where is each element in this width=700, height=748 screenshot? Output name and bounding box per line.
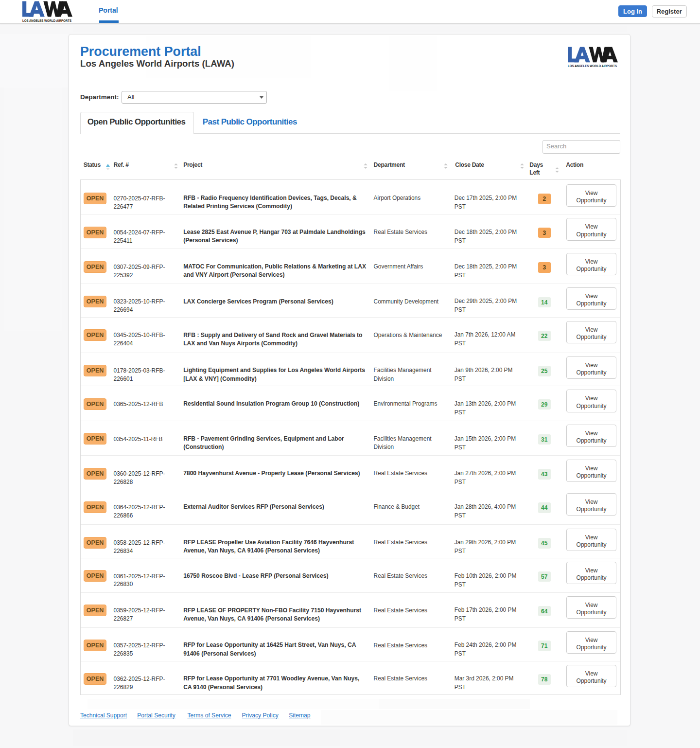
svg-text:LOS ANGELES WORLD AIRPORTS: LOS ANGELES WORLD AIRPORTS (22, 18, 71, 23)
svg-text:LOS ANGELES WORLD AIRPORTS: LOS ANGELES WORLD AIRPORTS (568, 64, 617, 68)
